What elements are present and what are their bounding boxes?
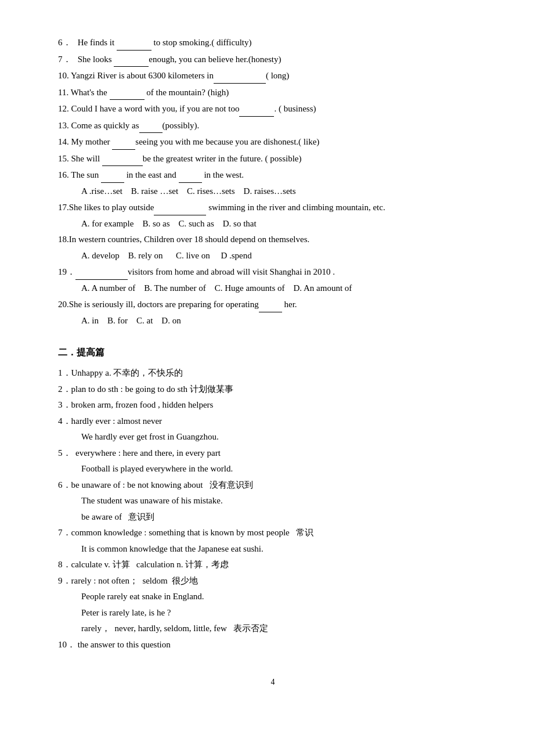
section-2-title: 二．提高篇 [58,344,488,360]
vocab-item-6-extra: be aware of 意识到 [81,510,488,525]
blank-13 [139,118,163,134]
vocab-item-6-example1: The student was unaware of his mistake. [81,494,488,509]
blank-6 [117,35,151,51]
vocab-item-6: 6．be unaware of : be not knowing about 没… [58,478,488,493]
question-19: 19． visitors from home and abroad will v… [58,264,488,280]
question-11: 11. What's the of the mountain? (high) [58,85,488,100]
page-number: 4 [58,675,488,689]
vocab-item-9-example1: People rarely eat snake in England. [81,589,488,604]
vocab-item-7: 7．common knowledge : something that is k… [58,525,488,541]
blank-7 [114,52,149,67]
question-18: 18.In western countries, Children over 1… [58,232,488,247]
section-2: 二．提高篇 1．Unhappy a. 不幸的，不快乐的 2．plan to do… [58,344,488,652]
question-12: 12. Could I have a word with you, if you… [58,101,488,117]
blank-16a [101,167,124,183]
blank-16b [179,167,202,183]
blank-10 [214,68,266,84]
blank-19 [75,264,128,280]
question-17: 17.She likes to play outside swimming in… [58,200,488,215]
blank-15 [102,151,143,167]
question-7: 7． She looks enough, you can believe her… [58,52,488,67]
vocab-item-5: 5． everywhere : here and there, in every… [58,446,488,461]
vocab-item-5-example: Football is played everywhere in the wor… [81,462,488,477]
question-19-options: A. A number of B. The number of C. Huge … [81,281,488,296]
question-15: 15. She will be the greatest writer in t… [58,151,488,167]
vocab-item-1: 1．Unhappy a. 不幸的，不快乐的 [58,366,488,381]
question-6: 6． He finds it to stop smoking.( difficu… [58,35,488,51]
vocab-item-9-example2: Peter is rarely late, is he ? [81,606,488,621]
question-16: 16. The sun in the east and in the west. [58,167,488,183]
blank-11 [110,85,145,100]
vocab-item-4: 4．hardly ever : almost never [58,414,488,429]
vocab-item-9: 9．rarely : not often； seldom 很少地 [58,574,488,589]
question-10: 10. Yangzi River is about 6300 kilometer… [58,68,488,84]
question-18-options: A. develop B. rely on C. live on D .spen… [81,249,488,264]
question-14: 14. My mother seeing you with me because… [58,134,488,150]
question-20-options: A. in B. for C. at D. on [81,314,488,329]
vocab-item-8: 8．calculate v. 计算 calculation n. 计算，考虑 [58,557,488,573]
vocab-item-3: 3．broken arm, frozen food , hidden helpe… [58,398,488,413]
question-20: 20.She is seriously ill, doctors are pre… [58,297,488,312]
question-16-options: A .rise…set B. raise …set C. rises…sets … [81,184,488,199]
vocab-item-10: 10． the answer to this question [58,638,488,653]
vocab-item-4-example: We hardly ever get frost in Guangzhou. [81,430,488,445]
vocab-item-9-extra: rarely， never, hardly, seldom, little, f… [81,621,488,636]
question-17-options: A. for example B. so as C. such as D. so… [81,217,488,232]
questions-section: 6． He finds it to stop smoking.( difficu… [58,35,488,328]
question-13: 13. Come as quickly as (possibly). [58,118,488,134]
vocab-item-2: 2．plan to do sth : be going to do sth 计划… [58,382,488,397]
blank-14 [112,134,135,150]
blank-20 [259,297,282,312]
blank-12 [239,101,274,117]
blank-17 [154,200,206,215]
vocab-item-7-example: It is common knowledge that the Japanese… [81,542,488,557]
main-content: 6． He finds it to stop smoking.( difficu… [58,35,488,689]
